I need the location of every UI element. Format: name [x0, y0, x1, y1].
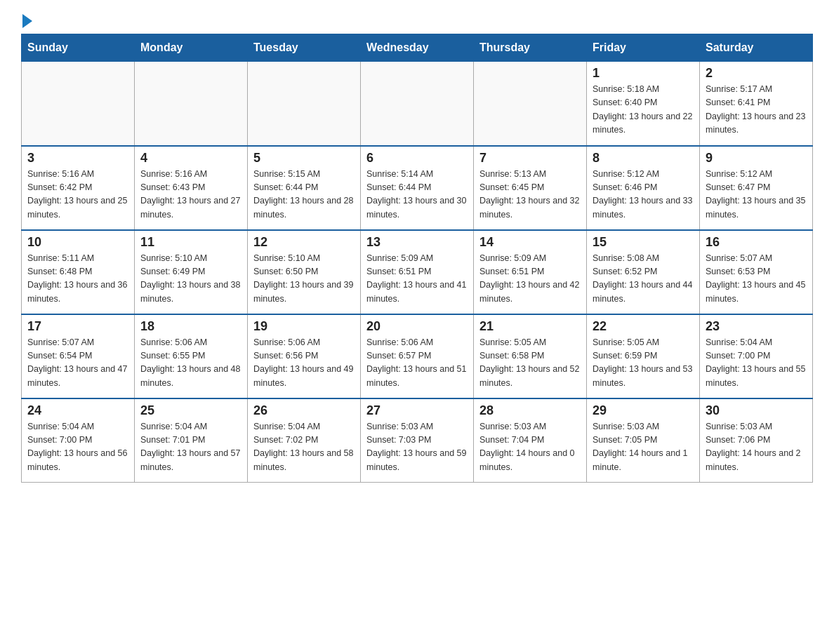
calendar-cell: 29Sunrise: 5:03 AMSunset: 7:05 PMDayligh…	[587, 398, 700, 483]
calendar-cell: 15Sunrise: 5:08 AMSunset: 6:52 PMDayligh…	[587, 230, 700, 314]
day-number: 4	[140, 151, 241, 166]
day-number: 7	[479, 151, 581, 166]
calendar-week-row: 17Sunrise: 5:07 AMSunset: 6:54 PMDayligh…	[22, 314, 813, 398]
day-info: Sunrise: 5:05 AMSunset: 6:58 PMDaylight:…	[479, 336, 581, 391]
day-number: 21	[479, 319, 581, 334]
day-info: Sunrise: 5:06 AMSunset: 6:57 PMDaylight:…	[366, 336, 468, 391]
calendar-cell: 8Sunrise: 5:12 AMSunset: 6:46 PMDaylight…	[587, 146, 700, 230]
weekday-header-sunday: Sunday	[22, 34, 135, 62]
calendar-week-row: 3Sunrise: 5:16 AMSunset: 6:42 PMDaylight…	[22, 146, 813, 230]
calendar-cell: 1Sunrise: 5:18 AMSunset: 6:40 PMDaylight…	[587, 62, 700, 146]
day-number: 26	[253, 403, 355, 418]
day-info: Sunrise: 5:14 AMSunset: 6:44 PMDaylight:…	[366, 168, 468, 222]
weekday-header-wednesday: Wednesday	[361, 34, 474, 62]
calendar-header-row: SundayMondayTuesdayWednesdayThursdayFrid…	[22, 34, 813, 62]
day-info: Sunrise: 5:16 AMSunset: 6:43 PMDaylight:…	[140, 168, 241, 222]
day-number: 16	[706, 235, 807, 250]
calendar-cell: 2Sunrise: 5:17 AMSunset: 6:41 PMDaylight…	[700, 62, 813, 146]
day-info: Sunrise: 5:11 AMSunset: 6:48 PMDaylight:…	[27, 252, 128, 307]
day-number: 6	[366, 151, 468, 166]
day-info: Sunrise: 5:07 AMSunset: 6:53 PMDaylight:…	[706, 252, 807, 307]
calendar-cell: 20Sunrise: 5:06 AMSunset: 6:57 PMDayligh…	[361, 314, 474, 398]
logo	[21, 14, 32, 27]
day-info: Sunrise: 5:05 AMSunset: 6:59 PMDaylight:…	[593, 336, 694, 391]
calendar-cell: 16Sunrise: 5:07 AMSunset: 6:53 PMDayligh…	[700, 230, 813, 314]
day-number: 12	[253, 235, 355, 250]
calendar-cell: 21Sunrise: 5:05 AMSunset: 6:58 PMDayligh…	[474, 314, 587, 398]
day-info: Sunrise: 5:03 AMSunset: 7:04 PMDaylight:…	[479, 420, 581, 475]
day-info: Sunrise: 5:17 AMSunset: 6:41 PMDaylight:…	[706, 83, 807, 137]
calendar-cell	[361, 62, 474, 146]
calendar-cell: 22Sunrise: 5:05 AMSunset: 6:59 PMDayligh…	[587, 314, 700, 398]
day-number: 29	[593, 403, 694, 418]
calendar-cell	[135, 62, 248, 146]
day-info: Sunrise: 5:09 AMSunset: 6:51 PMDaylight:…	[366, 252, 468, 307]
day-number: 2	[706, 66, 807, 81]
calendar-cell: 17Sunrise: 5:07 AMSunset: 6:54 PMDayligh…	[22, 314, 135, 398]
day-number: 11	[140, 235, 241, 250]
calendar-cell: 9Sunrise: 5:12 AMSunset: 6:47 PMDaylight…	[700, 146, 813, 230]
day-info: Sunrise: 5:08 AMSunset: 6:52 PMDaylight:…	[593, 252, 694, 307]
day-info: Sunrise: 5:04 AMSunset: 7:02 PMDaylight:…	[253, 420, 355, 475]
weekday-header-thursday: Thursday	[474, 34, 587, 62]
day-number: 18	[140, 319, 241, 334]
day-number: 15	[593, 235, 694, 250]
day-info: Sunrise: 5:04 AMSunset: 7:00 PMDaylight:…	[706, 336, 807, 391]
day-info: Sunrise: 5:10 AMSunset: 6:50 PMDaylight:…	[253, 252, 355, 307]
day-info: Sunrise: 5:03 AMSunset: 7:05 PMDaylight:…	[593, 420, 694, 475]
weekday-header-tuesday: Tuesday	[248, 34, 361, 62]
day-number: 28	[479, 403, 581, 418]
day-info: Sunrise: 5:09 AMSunset: 6:51 PMDaylight:…	[479, 252, 581, 307]
weekday-header-monday: Monday	[135, 34, 248, 62]
page-header	[21, 14, 813, 27]
day-number: 14	[479, 235, 581, 250]
calendar-cell: 19Sunrise: 5:06 AMSunset: 6:56 PMDayligh…	[248, 314, 361, 398]
calendar-table: SundayMondayTuesdayWednesdayThursdayFrid…	[21, 34, 813, 483]
calendar-cell: 14Sunrise: 5:09 AMSunset: 6:51 PMDayligh…	[474, 230, 587, 314]
calendar-week-row: 24Sunrise: 5:04 AMSunset: 7:00 PMDayligh…	[22, 398, 813, 483]
calendar-cell: 18Sunrise: 5:06 AMSunset: 6:55 PMDayligh…	[135, 314, 248, 398]
day-number: 17	[27, 319, 128, 334]
day-number: 22	[593, 319, 694, 334]
day-info: Sunrise: 5:03 AMSunset: 7:03 PMDaylight:…	[366, 420, 468, 475]
calendar-week-row: 10Sunrise: 5:11 AMSunset: 6:48 PMDayligh…	[22, 230, 813, 314]
day-info: Sunrise: 5:18 AMSunset: 6:40 PMDaylight:…	[593, 83, 694, 137]
day-number: 8	[593, 151, 694, 166]
calendar-cell: 5Sunrise: 5:15 AMSunset: 6:44 PMDaylight…	[248, 146, 361, 230]
day-info: Sunrise: 5:04 AMSunset: 7:01 PMDaylight:…	[140, 420, 241, 475]
day-number: 3	[27, 151, 128, 166]
day-info: Sunrise: 5:07 AMSunset: 6:54 PMDaylight:…	[27, 336, 128, 391]
day-number: 20	[366, 319, 468, 334]
day-info: Sunrise: 5:06 AMSunset: 6:56 PMDaylight:…	[253, 336, 355, 391]
day-info: Sunrise: 5:06 AMSunset: 6:55 PMDaylight:…	[140, 336, 241, 391]
day-number: 5	[253, 151, 355, 166]
day-info: Sunrise: 5:13 AMSunset: 6:45 PMDaylight:…	[479, 168, 581, 222]
day-info: Sunrise: 5:03 AMSunset: 7:06 PMDaylight:…	[706, 420, 807, 475]
calendar-cell: 7Sunrise: 5:13 AMSunset: 6:45 PMDaylight…	[474, 146, 587, 230]
calendar-cell	[474, 62, 587, 146]
calendar-cell: 3Sunrise: 5:16 AMSunset: 6:42 PMDaylight…	[22, 146, 135, 230]
calendar-cell: 26Sunrise: 5:04 AMSunset: 7:02 PMDayligh…	[248, 398, 361, 483]
calendar-cell: 27Sunrise: 5:03 AMSunset: 7:03 PMDayligh…	[361, 398, 474, 483]
day-info: Sunrise: 5:10 AMSunset: 6:49 PMDaylight:…	[140, 252, 241, 307]
day-info: Sunrise: 5:04 AMSunset: 7:00 PMDaylight:…	[27, 420, 128, 475]
calendar-cell: 12Sunrise: 5:10 AMSunset: 6:50 PMDayligh…	[248, 230, 361, 314]
calendar-cell: 23Sunrise: 5:04 AMSunset: 7:00 PMDayligh…	[700, 314, 813, 398]
day-info: Sunrise: 5:15 AMSunset: 6:44 PMDaylight:…	[253, 168, 355, 222]
calendar-cell: 10Sunrise: 5:11 AMSunset: 6:48 PMDayligh…	[22, 230, 135, 314]
calendar-cell: 25Sunrise: 5:04 AMSunset: 7:01 PMDayligh…	[135, 398, 248, 483]
day-number: 10	[27, 235, 128, 250]
day-info: Sunrise: 5:12 AMSunset: 6:46 PMDaylight:…	[593, 168, 694, 222]
calendar-cell: 28Sunrise: 5:03 AMSunset: 7:04 PMDayligh…	[474, 398, 587, 483]
calendar-cell	[22, 62, 135, 146]
calendar-cell: 24Sunrise: 5:04 AMSunset: 7:00 PMDayligh…	[22, 398, 135, 483]
day-number: 13	[366, 235, 468, 250]
calendar-cell: 11Sunrise: 5:10 AMSunset: 6:49 PMDayligh…	[135, 230, 248, 314]
calendar-cell: 6Sunrise: 5:14 AMSunset: 6:44 PMDaylight…	[361, 146, 474, 230]
day-number: 24	[27, 403, 128, 418]
day-info: Sunrise: 5:16 AMSunset: 6:42 PMDaylight:…	[27, 168, 128, 222]
calendar-week-row: 1Sunrise: 5:18 AMSunset: 6:40 PMDaylight…	[22, 62, 813, 146]
calendar-cell: 13Sunrise: 5:09 AMSunset: 6:51 PMDayligh…	[361, 230, 474, 314]
day-number: 27	[366, 403, 468, 418]
calendar-cell: 30Sunrise: 5:03 AMSunset: 7:06 PMDayligh…	[700, 398, 813, 483]
